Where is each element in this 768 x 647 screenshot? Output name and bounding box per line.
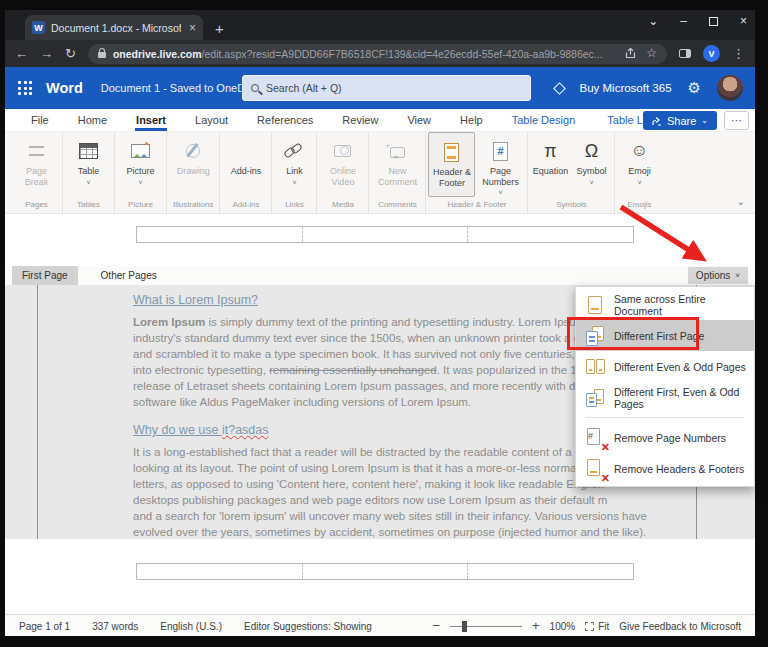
zoom-in-button[interactable]: + bbox=[532, 621, 540, 631]
word-app-bar: Word Document 1 - Saved to OneDrive Buy … bbox=[5, 67, 755, 109]
header-table[interactable] bbox=[136, 226, 634, 243]
group-pages: Page Break Pages bbox=[11, 132, 63, 213]
remove-page-numbers-icon: # ✕ bbox=[585, 428, 606, 448]
footer-table-cell[interactable] bbox=[303, 564, 469, 579]
symbol-button[interactable]: Ω Symbol˅ bbox=[570, 132, 612, 197]
header-table-cell[interactable] bbox=[468, 227, 633, 242]
chevron-down-icon: ˅ bbox=[637, 180, 641, 185]
zoom-percent[interactable]: 100% bbox=[550, 621, 576, 632]
footer-edit-strip[interactable] bbox=[5, 539, 755, 614]
menu-item-different-even-odd[interactable]: Different Even & Odd Pages bbox=[576, 351, 754, 382]
tab-insert[interactable]: Insert bbox=[135, 110, 167, 130]
share-page-icon[interactable] bbox=[625, 48, 636, 59]
tab-search-chevron-icon[interactable]: ⌄ bbox=[648, 14, 658, 28]
chevron-down-icon: ˅ bbox=[735, 271, 740, 280]
search-box[interactable] bbox=[242, 75, 531, 101]
browser-menu-icon[interactable]: ⋮ bbox=[732, 47, 745, 60]
zoom-slider[interactable] bbox=[450, 626, 522, 627]
link-button[interactable]: Link˅ bbox=[274, 132, 314, 197]
tab-references[interactable]: References bbox=[256, 110, 314, 130]
page-break-icon bbox=[29, 146, 44, 156]
other-pages-tab[interactable]: Other Pages bbox=[91, 266, 167, 285]
fit-button[interactable]: Fit bbox=[585, 621, 609, 632]
minimize-button[interactable]: – bbox=[680, 14, 687, 28]
tab-help[interactable]: Help bbox=[459, 110, 484, 130]
header-table-cell[interactable] bbox=[137, 227, 303, 242]
new-comment-button[interactable]: New Comment bbox=[371, 132, 423, 197]
tab-table-design[interactable]: Table Design bbox=[511, 110, 577, 130]
page-numbers-icon: # bbox=[493, 142, 508, 161]
ribbon: Page Break Pages Table˅ Tables Picture˅ … bbox=[5, 132, 755, 214]
equation-button[interactable]: π Equation bbox=[530, 132, 570, 197]
word-count[interactable]: 337 words bbox=[92, 621, 138, 632]
address-bar[interactable]: onedrive.live.com/edit.aspx?resid=A9DDD6… bbox=[88, 44, 667, 64]
share-button[interactable]: Share ⌄ bbox=[643, 111, 717, 130]
new-tab-button[interactable]: + bbox=[215, 21, 224, 36]
tab-close-icon[interactable]: × bbox=[189, 21, 196, 35]
ribbon-tab-row: File Home Insert Layout References Revie… bbox=[5, 109, 755, 132]
tab-home[interactable]: Home bbox=[77, 110, 108, 130]
app-launcher-icon[interactable] bbox=[18, 81, 32, 95]
tab-view[interactable]: View bbox=[406, 110, 432, 130]
page-numbers-button[interactable]: # Page Numbers˅ bbox=[475, 132, 525, 197]
emoji-button[interactable]: ☺ Emoji˅ bbox=[617, 132, 661, 197]
table-button[interactable]: Table˅ bbox=[65, 132, 112, 197]
close-window-button[interactable]: × bbox=[740, 14, 747, 28]
link-icon bbox=[284, 144, 304, 158]
language[interactable]: English (U.S.) bbox=[160, 621, 222, 632]
search-input[interactable] bbox=[266, 82, 522, 94]
table-icon bbox=[79, 143, 98, 159]
header-footer-icon bbox=[444, 143, 459, 162]
forward-icon[interactable]: → bbox=[40, 47, 53, 60]
back-icon[interactable]: ← bbox=[15, 47, 28, 60]
buy-microsoft-365-link[interactable]: Buy Microsoft 365 bbox=[580, 82, 672, 94]
group-emojis: ☺ Emoji˅ Emojis bbox=[615, 132, 663, 213]
picture-button[interactable]: Picture˅ bbox=[117, 132, 164, 197]
reload-icon[interactable]: ↻ bbox=[65, 47, 76, 60]
options-button[interactable]: Options ˅ bbox=[688, 267, 748, 284]
picture-icon bbox=[131, 144, 150, 158]
tab-review[interactable]: Review bbox=[341, 110, 379, 130]
app-name[interactable]: Word bbox=[46, 80, 83, 96]
collapse-ribbon-chevron-icon[interactable]: ⌄ bbox=[737, 196, 745, 207]
menu-separator bbox=[586, 417, 744, 418]
tab-title: Document 1.docx - Microsoft Wo bbox=[51, 22, 181, 34]
page-count[interactable]: Page 1 of 1 bbox=[19, 621, 70, 632]
options-dropdown-menu: Same across Entire Document Different Fi… bbox=[575, 286, 755, 487]
editor-suggestions[interactable]: Editor Suggestions: Showing bbox=[244, 621, 372, 632]
menu-item-different-first-even-odd[interactable]: Different First, Even & Odd Pages bbox=[576, 382, 754, 413]
account-avatar[interactable] bbox=[717, 75, 743, 101]
page-break-button[interactable]: Page Break bbox=[13, 132, 60, 197]
tab-file[interactable]: File bbox=[30, 110, 50, 130]
header-footer-button[interactable]: Header & Footer bbox=[428, 132, 475, 197]
menu-item-same-across[interactable]: Same across Entire Document bbox=[576, 289, 754, 320]
drawing-button[interactable]: Drawing bbox=[170, 132, 217, 197]
footer-table[interactable] bbox=[136, 563, 634, 580]
ribbon-more-button[interactable]: ⋯ bbox=[724, 111, 749, 130]
zoom-out-button[interactable]: − bbox=[432, 621, 440, 631]
feedback-link[interactable]: Give Feedback to Microsoft bbox=[619, 621, 741, 632]
header-edit-strip[interactable] bbox=[5, 214, 755, 266]
header-table-cell[interactable] bbox=[303, 227, 469, 242]
zoom-slider-handle[interactable] bbox=[462, 621, 467, 632]
tab-layout[interactable]: Layout bbox=[194, 110, 229, 130]
menu-item-remove-headers-footers[interactable]: ✕ Remove Headers & Footers bbox=[576, 453, 754, 484]
browser-urlbar: ← → ↻ onedrive.live.com/edit.aspx?resid=… bbox=[5, 40, 755, 67]
add-ins-button[interactable]: Add-ins bbox=[222, 132, 269, 197]
page-left-edge bbox=[37, 285, 38, 539]
document-title[interactable]: Document 1 - Saved to OneDrive bbox=[101, 82, 251, 94]
browser-titlebar: W Document 1.docx - Microsoft Wo × + ⌄ –… bbox=[5, 10, 755, 40]
fit-icon bbox=[585, 622, 594, 631]
menu-item-different-first-page[interactable]: Different First Page bbox=[576, 320, 754, 351]
footer-table-cell[interactable] bbox=[468, 564, 633, 579]
side-panel-icon[interactable] bbox=[679, 49, 691, 58]
bookmark-star-icon[interactable]: ☆ bbox=[646, 47, 657, 60]
maximize-button[interactable] bbox=[709, 17, 718, 26]
online-video-button[interactable]: Online Video bbox=[319, 132, 366, 197]
footer-table-cell[interactable] bbox=[137, 564, 303, 579]
browser-tab[interactable]: W Document 1.docx - Microsoft Wo × bbox=[25, 15, 203, 40]
browser-profile-avatar[interactable]: V bbox=[703, 45, 720, 62]
settings-gear-icon[interactable]: ⚙ bbox=[688, 79, 701, 97]
first-page-tab[interactable]: First Page bbox=[12, 266, 78, 285]
menu-item-remove-page-numbers[interactable]: # ✕ Remove Page Numbers bbox=[576, 422, 754, 453]
